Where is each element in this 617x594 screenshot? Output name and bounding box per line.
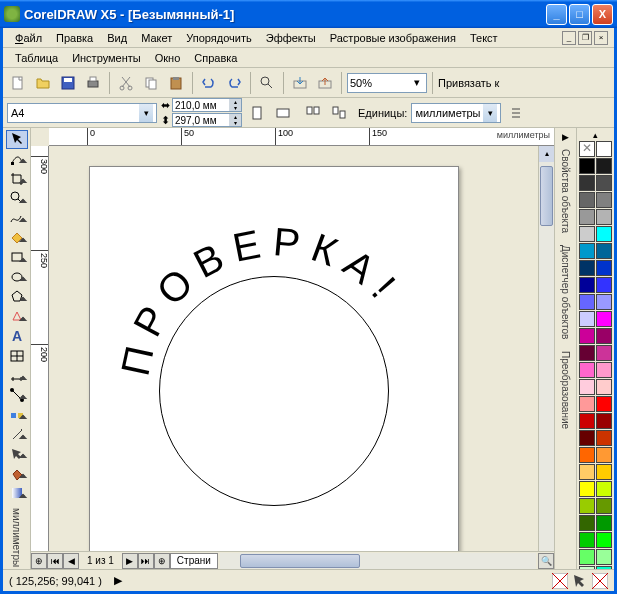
page-height-spinner[interactable]: 297,0 мм▴▾ [172, 113, 242, 127]
last-page-button[interactable]: ⏭ [138, 553, 154, 569]
color-swatch[interactable] [596, 175, 612, 191]
doc-restore-button[interactable]: ❐ [578, 31, 592, 45]
page-width-spinner[interactable]: 210,0 мм▴▾ [172, 98, 242, 112]
color-swatch[interactable] [596, 396, 612, 412]
freehand-tool[interactable] [6, 209, 28, 228]
color-swatch[interactable] [596, 345, 612, 361]
vertical-scrollbar[interactable]: ▴ [538, 146, 554, 551]
outline-none-indicator[interactable] [592, 573, 608, 589]
page-tab[interactable]: Страни [170, 553, 218, 569]
doc-close-button[interactable]: × [594, 31, 608, 45]
first-page-button[interactable]: ⏮ [47, 553, 63, 569]
color-swatch[interactable] [596, 243, 612, 259]
color-swatch[interactable] [579, 498, 595, 514]
color-swatch[interactable] [596, 209, 612, 225]
window-minimize-button[interactable]: _ [546, 4, 567, 25]
crop-tool[interactable] [6, 169, 28, 188]
color-swatch[interactable] [596, 362, 612, 378]
next-page-button[interactable]: ▶ [122, 553, 138, 569]
color-swatch[interactable] [579, 243, 595, 259]
color-swatch[interactable] [596, 328, 612, 344]
color-swatch[interactable] [596, 158, 612, 174]
add-page-button[interactable]: ⊕ [31, 553, 47, 569]
color-swatch[interactable] [579, 430, 595, 446]
color-swatch[interactable] [596, 464, 612, 480]
color-swatch[interactable] [596, 532, 612, 548]
color-swatch[interactable] [579, 294, 595, 310]
table-tool[interactable] [6, 346, 28, 365]
color-swatch[interactable] [579, 277, 595, 293]
color-swatch[interactable] [596, 141, 612, 157]
polygon-tool[interactable] [6, 287, 28, 306]
fill-indicator[interactable] [552, 573, 568, 589]
outline-indicator[interactable] [572, 573, 588, 589]
search-button[interactable] [256, 72, 278, 94]
color-swatch[interactable] [596, 260, 612, 276]
doc-minimize-button[interactable]: _ [562, 31, 576, 45]
paste-button[interactable] [165, 72, 187, 94]
color-swatch[interactable] [579, 379, 595, 395]
color-swatch[interactable] [579, 362, 595, 378]
window-maximize-button[interactable]: □ [569, 4, 590, 25]
color-swatch[interactable] [596, 226, 612, 242]
color-swatch[interactable] [579, 328, 595, 344]
color-swatch[interactable] [596, 430, 612, 446]
drawing-canvas[interactable]: ПРОВЕРКА! ▴ [49, 146, 554, 551]
interactive-fill-tool[interactable] [6, 484, 28, 503]
import-button[interactable] [289, 72, 311, 94]
menu-window[interactable]: Окно [149, 50, 187, 66]
vertical-ruler[interactable]: 300 250 200 [31, 146, 49, 551]
print-button[interactable] [82, 72, 104, 94]
menu-layout[interactable]: Макет [135, 30, 178, 46]
cut-button[interactable] [115, 72, 137, 94]
window-close-button[interactable]: X [592, 4, 613, 25]
menu-file[interactable]: Файл [9, 30, 48, 46]
no-color-swatch[interactable] [579, 141, 595, 157]
color-swatch[interactable] [579, 260, 595, 276]
dimension-tool[interactable] [6, 366, 28, 385]
color-swatch[interactable] [579, 532, 595, 548]
color-swatch[interactable] [579, 515, 595, 531]
color-swatch[interactable] [579, 311, 595, 327]
color-swatch[interactable] [579, 226, 595, 242]
color-swatch[interactable] [579, 209, 595, 225]
color-swatch[interactable] [596, 277, 612, 293]
color-swatch[interactable] [596, 294, 612, 310]
color-swatch[interactable] [596, 481, 612, 497]
color-swatch[interactable] [579, 396, 595, 412]
rectangle-tool[interactable] [6, 248, 28, 267]
zoom-combo[interactable]: 50%▾ [347, 73, 427, 93]
horizontal-scrollbar[interactable] [220, 553, 536, 569]
palette-scroll-up[interactable]: ▴ [579, 130, 612, 140]
eyedropper-tool[interactable] [6, 425, 28, 444]
color-swatch[interactable] [579, 158, 595, 174]
pick-tool[interactable] [6, 130, 28, 149]
menu-arrange[interactable]: Упорядочить [180, 30, 257, 46]
zoom-tool[interactable] [6, 189, 28, 208]
menu-bitmaps[interactable]: Растровые изображения [324, 30, 462, 46]
outline-tool[interactable] [6, 445, 28, 464]
landscape-button[interactable] [272, 102, 294, 124]
color-swatch[interactable] [579, 464, 595, 480]
color-swatch[interactable] [579, 549, 595, 565]
open-button[interactable] [32, 72, 54, 94]
curved-text-object[interactable]: ПРОВЕРКА! [109, 186, 449, 446]
docker-object-properties[interactable]: Свойства объекта [557, 144, 574, 238]
color-swatch[interactable] [596, 311, 612, 327]
portrait-button[interactable] [246, 102, 268, 124]
color-swatch[interactable] [596, 192, 612, 208]
menu-help[interactable]: Справка [188, 50, 243, 66]
menu-text[interactable]: Текст [464, 30, 504, 46]
color-swatch[interactable] [579, 192, 595, 208]
docker-transform[interactable]: Преобразование [557, 346, 574, 434]
menu-tools[interactable]: Инструменты [66, 50, 147, 66]
color-swatch[interactable] [596, 447, 612, 463]
snap-label[interactable]: Привязать к [438, 77, 499, 89]
navigator-button[interactable]: 🔍 [538, 553, 554, 569]
interactive-blend-tool[interactable] [6, 405, 28, 424]
undo-button[interactable] [198, 72, 220, 94]
docker-object-manager[interactable]: Диспетчер объектов [557, 240, 574, 344]
color-swatch[interactable] [579, 175, 595, 191]
prev-page-button[interactable]: ◀ [63, 553, 79, 569]
options-button[interactable] [505, 102, 527, 124]
